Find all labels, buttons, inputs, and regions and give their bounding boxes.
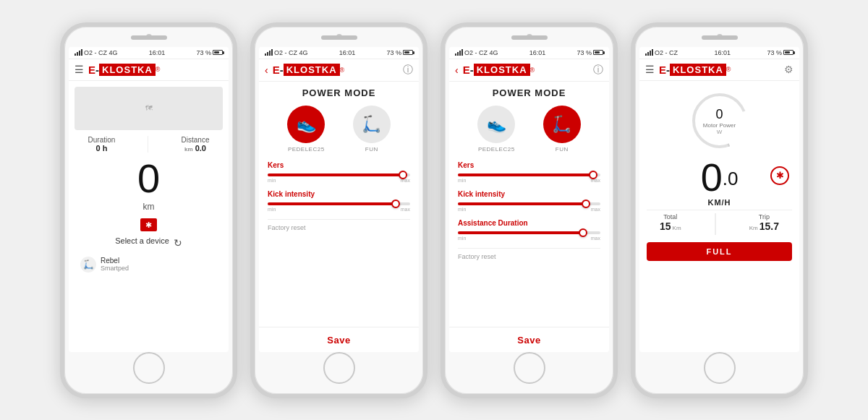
- kick-label: Kick intensity: [268, 190, 410, 198]
- kick-track[interactable]: [268, 202, 410, 205]
- total-value: 15: [660, 220, 671, 232]
- mode-pedelec25-3[interactable]: 👟 PEDELEC25: [477, 106, 515, 153]
- gear-icon[interactable]: ⚙: [784, 64, 793, 75]
- total-stat: Total 15 Km: [660, 213, 681, 235]
- phone-speaker-3: [511, 35, 548, 40]
- phone-screen-2: O2 - CZ 4G 16:01 73 % ‹ E - KLOSTKA ®: [259, 47, 419, 352]
- assistance-label: Assistance Duration: [458, 219, 600, 227]
- time-text: 16:01: [714, 49, 731, 56]
- screen-content-4: 0 Motor Power W 0 .0 ✱: [639, 81, 799, 352]
- bluetooth-circle[interactable]: ✱: [770, 166, 789, 185]
- mode-fun-label: FUN: [365, 146, 378, 153]
- trip-stat: Trip Km 15.7: [749, 213, 779, 235]
- carrier-text: O2 - CZ 4G: [274, 49, 308, 56]
- sliders-section-3: Kers min max Kick intensity: [449, 161, 609, 327]
- status-bar-1: O2 - CZ 4G 16:01 73 %: [69, 47, 229, 59]
- battery-icon: [783, 50, 793, 55]
- home-main: 🗺 Duration 0 h Distance: [69, 81, 229, 352]
- kick-slider-row-3: Kick intensity min max: [458, 190, 600, 212]
- kick-label-3: Kick intensity: [458, 190, 600, 198]
- battery-icon: [213, 50, 223, 55]
- factory-reset-text[interactable]: Factory reset: [268, 219, 410, 236]
- device-type: Smartped: [101, 265, 129, 272]
- device-icon: 🛴: [80, 257, 96, 273]
- dashboard-main: 0 Motor Power W 0 .0 ✱: [639, 81, 799, 352]
- distance-label: Distance: [182, 136, 210, 144]
- mode-fun[interactable]: 🛴 FUN: [353, 106, 391, 153]
- device-item[interactable]: 🛴 Rebel Smartped: [75, 254, 223, 275]
- info-icon[interactable]: ⓘ: [403, 64, 413, 77]
- speed-unit: km: [143, 202, 155, 212]
- menu-icon[interactable]: ☰: [75, 64, 84, 75]
- duration-stat: Duration 0 h: [88, 136, 116, 153]
- phone-speaker-2: [321, 35, 357, 40]
- phone-speaker-4: [702, 35, 738, 40]
- total-unit: Km: [673, 225, 681, 231]
- status-bar-3: O2 - CZ 4G 16:01 73 %: [449, 47, 609, 59]
- duration-value: 0 h: [88, 144, 116, 153]
- total-label: Total: [660, 213, 681, 220]
- phone-speaker-1: [131, 35, 167, 40]
- sliders-section: Kers min max Kick intensity: [259, 161, 419, 327]
- trip-value: 15.7: [760, 220, 779, 232]
- bluetooth-row: ✱: [140, 218, 157, 231]
- assistance-track[interactable]: [458, 231, 600, 234]
- carrier-text: O2 - CZ 4G: [84, 49, 118, 56]
- kers-track[interactable]: [268, 173, 410, 176]
- refresh-icon[interactable]: ↻: [174, 237, 182, 249]
- device-name: Rebel: [101, 257, 129, 265]
- signal-icon: [265, 49, 273, 56]
- back-icon[interactable]: ‹: [455, 64, 459, 76]
- phone-screen-3: O2 - CZ 4G 16:01 73 % ‹ E - KLOSTKA ®: [449, 47, 609, 352]
- phone-screen-4: O2 - CZ 16:01 73 % ☰ E - KLOSTKA ®: [639, 47, 799, 352]
- factory-reset-text-3[interactable]: Factory reset: [458, 248, 600, 265]
- screen-content-1: 🗺 Duration 0 h Distance: [69, 81, 229, 352]
- battery-icon: [593, 50, 603, 55]
- time-text: 16:01: [529, 49, 546, 56]
- logo-2: E - KLOSTKA ®: [273, 64, 345, 76]
- kick-slider-row: Kick intensity min max: [268, 190, 410, 212]
- back-icon[interactable]: ‹: [265, 64, 268, 76]
- speed-decimal: .0: [723, 168, 739, 190]
- speed-integer: 0: [701, 158, 723, 197]
- app-header-4: ☰ E - KLOSTKA ® ⚙: [639, 59, 799, 81]
- assistance-slider-row: Assistance Duration min max: [458, 219, 600, 241]
- bluetooth-icon[interactable]: ✱: [140, 218, 157, 231]
- mode-pedelec25-label: PEDELEC25: [288, 146, 325, 153]
- battery-bar: FULL: [647, 242, 792, 261]
- logo-4: E - KLOSTKA ®: [659, 64, 731, 76]
- battery-text: 73 %: [386, 49, 401, 56]
- phone-1: O2 - CZ 4G 16:01 73 % ☰ E - KLOSTKA ®: [60, 22, 237, 398]
- kers-track-3[interactable]: [458, 173, 600, 176]
- motor-gauge: 0 Motor Power W: [687, 88, 752, 153]
- logo-1: E - KLOSTKA ®: [88, 64, 161, 76]
- carrier-text: O2 - CZ: [655, 49, 678, 56]
- mode-pedelec25[interactable]: 👟 PEDELEC25: [287, 106, 325, 153]
- phone-screen-1: O2 - CZ 4G 16:01 73 % ☰ E - KLOSTKA ®: [69, 47, 229, 352]
- stats-row: Duration 0 h Distance km 0.0: [75, 136, 223, 153]
- trip-stats-row: Total 15 Km Trip Km 15.7: [647, 210, 792, 238]
- info-icon[interactable]: ⓘ: [593, 64, 603, 77]
- menu-icon-4[interactable]: ☰: [645, 64, 655, 75]
- power-mode-title: POWER MODE: [259, 82, 419, 103]
- battery-text: 73 %: [767, 49, 782, 56]
- distance-stat: Distance km 0.0: [182, 136, 210, 153]
- battery-text: 73 %: [576, 49, 592, 56]
- mode-fun-3[interactable]: 🛴 FUN: [543, 106, 581, 153]
- distance-value: km 0.0: [182, 144, 210, 153]
- phone-2: O2 - CZ 4G 16:01 73 % ‹ E - KLOSTKA ®: [250, 22, 427, 398]
- save-button-3[interactable]: Save: [449, 327, 609, 352]
- screen-content-3: POWER MODE 👟 PEDELEC25 🛴 FUN Kers: [449, 82, 609, 352]
- screen-content-2: POWER MODE 👟 PEDELEC25 🛴 FUN Kers: [259, 82, 419, 352]
- speed-display: 0: [137, 158, 160, 199]
- stats-divider: [715, 213, 716, 235]
- duration-label: Duration: [88, 136, 116, 144]
- app-header-3: ‹ E - KLOSTKA ® ⓘ: [449, 59, 609, 82]
- kick-track-3[interactable]: [458, 202, 600, 205]
- power-mode-title-3: POWER MODE: [449, 82, 609, 103]
- mode-icons-row: 👟 PEDELEC25 🛴 FUN: [259, 103, 419, 155]
- battery-text: 73 %: [196, 49, 211, 56]
- mode-pedelec25-label-3: PEDELEC25: [478, 146, 515, 153]
- logo-3: E - KLOSTKA ®: [463, 64, 535, 76]
- save-button[interactable]: Save: [259, 327, 419, 352]
